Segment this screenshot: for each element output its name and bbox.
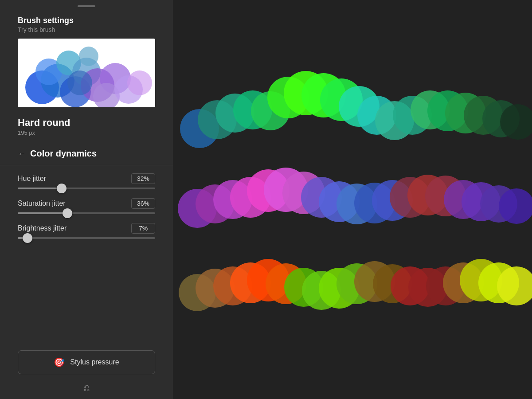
brush-name: Hard round (0, 113, 173, 129)
stylus-icon: 🎯 (54, 357, 65, 368)
hue-jitter-group: Hue jitter 32% (18, 173, 155, 189)
brightness-jitter-value[interactable]: 7% (131, 223, 155, 234)
undo-button[interactable]: ⎌ (84, 382, 90, 394)
saturation-jitter-value[interactable]: 36% (131, 198, 155, 209)
saturation-jitter-thumb[interactable] (63, 208, 72, 218)
brightness-jitter-track[interactable] (18, 237, 155, 239)
stylus-pressure-button[interactable]: 🎯 Stylus pressure (18, 350, 155, 374)
svg-point-11 (79, 47, 98, 66)
hue-jitter-value[interactable]: 32% (131, 173, 155, 184)
svg-point-10 (127, 70, 152, 95)
back-button[interactable]: ← (18, 150, 26, 158)
brush-size: 195 px (0, 129, 173, 144)
brush-preview (18, 39, 155, 107)
brush-settings-title: Brush settings (18, 16, 155, 25)
brush-settings-subtitle[interactable]: Try this brush (18, 26, 155, 33)
canvas-area[interactable] (173, 0, 532, 399)
settings-body: Hue jitter 32% Saturation jitter 36% Bri… (0, 165, 173, 346)
saturation-jitter-track[interactable] (18, 212, 155, 214)
brightness-jitter-label: Brightness jitter (18, 224, 66, 232)
undo-row: ⎌ (0, 374, 173, 399)
left-panel: Brush settings Try this brush Hard round… (0, 0, 173, 399)
saturation-jitter-group: Saturation jitter 36% (18, 198, 155, 214)
drag-handle[interactable] (78, 5, 95, 7)
hue-jitter-track[interactable] (18, 188, 155, 189)
hue-jitter-label: Hue jitter (18, 175, 46, 183)
stylus-button-label: Stylus pressure (70, 358, 119, 366)
saturation-jitter-fill (18, 212, 67, 214)
brightness-jitter-thumb[interactable] (23, 233, 32, 243)
section-header: ← Color dynamics (0, 144, 173, 165)
brush-settings-header: Brush settings Try this brush (0, 16, 173, 39)
hue-jitter-thumb[interactable] (57, 184, 66, 193)
brightness-jitter-group: Brightness jitter 7% (18, 223, 155, 239)
saturation-jitter-label: Saturation jitter (18, 200, 66, 207)
hue-jitter-fill (18, 188, 62, 189)
section-title: Color dynamics (30, 149, 97, 159)
svg-point-12 (67, 70, 92, 95)
